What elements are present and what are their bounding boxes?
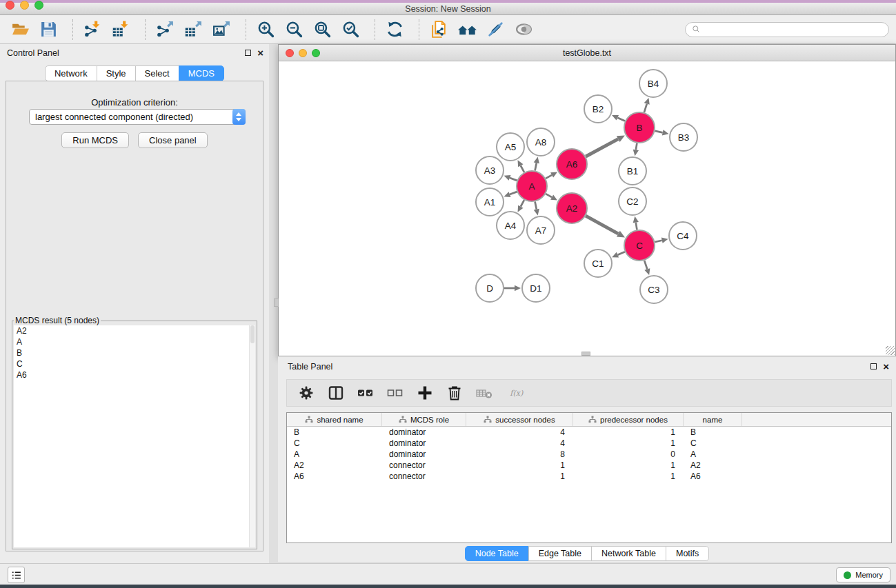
delete-table-icon[interactable] — [475, 383, 494, 403]
export-network-icon[interactable] — [153, 18, 177, 41]
tab-mcds[interactable]: MCDS — [179, 65, 224, 81]
plus-icon[interactable] — [415, 383, 435, 403]
graph-node-B[interactable]: B — [624, 112, 655, 143]
table-row[interactable]: A2connector11A2 — [287, 460, 891, 471]
tab-motifs[interactable]: Motifs — [666, 546, 709, 561]
zoom-fit-icon[interactable] — [310, 18, 334, 41]
import-table-icon[interactable] — [109, 18, 132, 41]
graph-edge-B-B4 — [644, 104, 647, 112]
result-item[interactable]: A — [14, 336, 255, 347]
export-image-icon[interactable] — [210, 18, 233, 41]
columns-icon[interactable] — [326, 383, 346, 403]
close-panel-button[interactable]: Close panel — [138, 132, 208, 148]
table-cell: 1 — [466, 471, 573, 482]
memory-label: Memory — [855, 571, 883, 579]
graph-node-A2[interactable]: A2 — [557, 193, 587, 223]
eye-icon[interactable] — [512, 18, 535, 41]
graph-node-A8[interactable]: A8 — [527, 128, 555, 156]
import-network-icon[interactable] — [81, 18, 104, 41]
graph-edge-A-A4 — [521, 200, 524, 207]
column-header-name[interactable]: name — [684, 413, 742, 426]
graph-node-A7[interactable]: A7 — [527, 216, 555, 244]
float-panel-icon[interactable] — [245, 50, 251, 56]
hide-graphics-icon[interactable] — [484, 18, 507, 41]
column-header-predecessor-nodes[interactable]: predecessor nodes — [573, 413, 684, 426]
fx-icon[interactable]: f(x) — [504, 383, 532, 403]
criterion-dropdown[interactable]: largest connected component (directed) — [29, 109, 246, 125]
tab-network[interactable]: Network — [45, 65, 97, 81]
graph-node-C2[interactable]: C2 — [619, 187, 646, 215]
tab-node-table[interactable]: Node Table — [465, 546, 529, 561]
graph-edge-A-A3 — [510, 178, 517, 181]
result-item[interactable]: B — [14, 347, 255, 358]
close-panel-icon[interactable]: × — [257, 49, 263, 57]
search-field[interactable] — [685, 22, 889, 37]
table-row[interactable]: A6connector11A6 — [287, 471, 891, 482]
float-table-panel-icon[interactable] — [870, 363, 877, 369]
graph-node-C3[interactable]: C3 — [640, 276, 668, 303]
graph-node-C1[interactable]: C1 — [584, 250, 612, 277]
graph-node-D1[interactable]: D1 — [522, 274, 550, 302]
memory-button[interactable]: Memory — [836, 567, 890, 582]
table-row[interactable]: Adominator80A — [287, 449, 891, 460]
graph-node-A3[interactable]: A3 — [476, 156, 504, 184]
table-cell: 1 — [573, 460, 684, 471]
graph-edge-A-A6 — [546, 175, 552, 179]
node-label: D1 — [530, 283, 541, 294]
network-window-titlebar[interactable]: testGlobe.txt — [279, 45, 895, 61]
graph-node-D[interactable]: D — [476, 274, 504, 302]
trash-icon[interactable] — [445, 383, 464, 403]
desktop-vertical-scrollthumb[interactable] — [274, 298, 279, 307]
table-row[interactable]: Cdominator41C — [287, 438, 891, 449]
zoom-selected-icon[interactable] — [339, 18, 362, 41]
check-all-icon[interactable] — [356, 383, 375, 403]
graph-node-B2[interactable]: B2 — [584, 95, 612, 123]
result-item[interactable]: C — [14, 358, 255, 369]
tab-style[interactable]: Style — [97, 65, 136, 81]
column-header-mcds-role[interactable]: MCDS role — [382, 413, 466, 426]
export-table-icon[interactable] — [181, 18, 205, 41]
window-titlebar[interactable]: Session: New Session — [0, 3, 896, 15]
column-header-shared-name[interactable]: shared name — [287, 413, 382, 426]
home-icon[interactable] — [455, 18, 479, 41]
result-scrollbar[interactable] — [249, 325, 255, 547]
resize-grip[interactable] — [886, 346, 895, 355]
column-header-successor-nodes[interactable]: successor nodes — [466, 413, 573, 426]
graph-node-C[interactable]: C — [624, 230, 655, 261]
window-title: Session: New Session — [0, 4, 896, 14]
table-cell: dominator — [382, 427, 466, 438]
task-list-icon — [10, 569, 22, 581]
tab-network-table[interactable]: Network Table — [591, 546, 666, 561]
toolbar-separator — [72, 19, 73, 40]
desktop-horizontal-scrollthumb[interactable] — [581, 352, 590, 356]
graph-node-A6[interactable]: A6 — [557, 149, 587, 179]
mcds-result-list[interactable]: A2ABCA6 — [14, 325, 255, 547]
task-history-button[interactable] — [8, 567, 25, 583]
close-table-panel-icon[interactable]: × — [883, 363, 889, 370]
refresh-icon[interactable] — [383, 18, 406, 41]
uncheck-all-icon[interactable] — [386, 383, 405, 403]
graph-node-B1[interactable]: B1 — [619, 157, 646, 185]
zoom-in-icon[interactable] — [254, 18, 277, 41]
tab-select[interactable]: Select — [135, 65, 179, 81]
graph-node-A1[interactable]: A1 — [476, 188, 504, 216]
result-item[interactable]: A2 — [14, 325, 255, 336]
run-mcds-button[interactable]: Run MCDS — [61, 132, 129, 148]
table-row[interactable]: Bdominator41B — [287, 427, 891, 438]
clone-network-icon[interactable] — [427, 18, 450, 41]
node-label: B2 — [593, 104, 604, 114]
gear-icon[interactable] — [297, 383, 316, 403]
search-input[interactable] — [704, 25, 883, 34]
graph-node-A[interactable]: A — [517, 171, 547, 201]
network-canvas[interactable]: B4B2BB3A5A8A6B1A3AC2A1A2A4A7CC4C1C3DD1 — [279, 61, 895, 356]
graph-node-C4[interactable]: C4 — [669, 222, 697, 250]
save-icon[interactable] — [37, 18, 60, 41]
graph-node-A4[interactable]: A4 — [497, 212, 524, 239]
tab-edge-table[interactable]: Edge Table — [528, 546, 592, 561]
result-item[interactable]: A6 — [14, 369, 255, 381]
graph-node-A5[interactable]: A5 — [497, 133, 524, 161]
open-icon[interactable] — [8, 18, 32, 41]
graph-node-B4[interactable]: B4 — [639, 70, 667, 97]
zoom-out-icon[interactable] — [282, 18, 306, 41]
graph-node-B3[interactable]: B3 — [670, 123, 697, 151]
